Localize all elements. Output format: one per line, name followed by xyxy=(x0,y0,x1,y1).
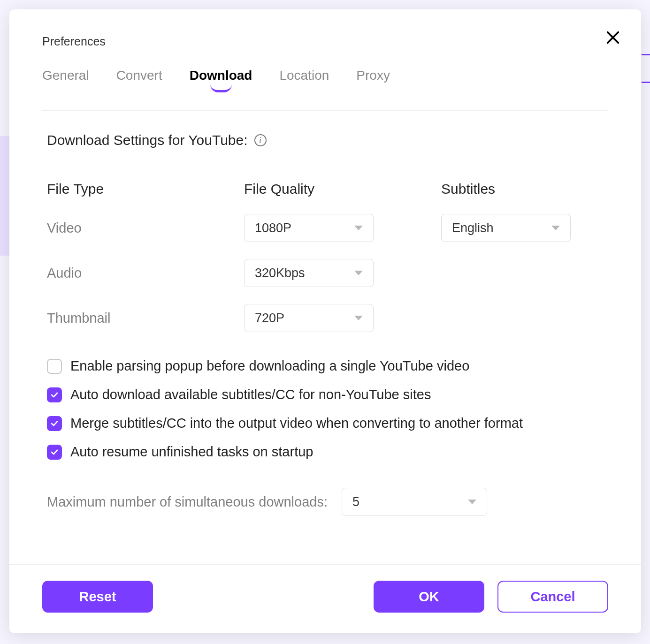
cancel-button[interactable]: Cancel xyxy=(497,581,608,613)
checkbox-parsing-popup[interactable]: Enable parsing popup before downloading … xyxy=(47,358,604,374)
column-subtitles: Subtitles xyxy=(441,181,604,197)
preferences-dialog: Preferences General Convert Download Loc… xyxy=(9,9,641,633)
close-button[interactable] xyxy=(602,26,624,49)
label-thumbnail: Thumbnail xyxy=(47,311,244,326)
tab-download[interactable]: Download xyxy=(190,68,252,90)
tabs: General Convert Download Location Proxy xyxy=(42,68,608,90)
chevron-down-icon xyxy=(551,226,560,230)
label-video: Video xyxy=(47,220,244,236)
chevron-down-icon xyxy=(468,500,476,504)
background-block xyxy=(0,136,9,256)
select-max-downloads[interactable]: 5 xyxy=(342,488,487,516)
column-filetype: File Type xyxy=(47,181,244,197)
checkbox-auto-subtitles[interactable]: Auto download available subtitles/CC for… xyxy=(47,387,604,402)
ok-button[interactable]: OK xyxy=(374,581,484,613)
checkbox-label: Auto download available subtitles/CC for… xyxy=(70,387,431,402)
select-thumbnail-quality[interactable]: 720P xyxy=(244,304,374,332)
select-thumbnail-quality-value: 720P xyxy=(255,311,284,326)
info-icon[interactable]: i xyxy=(254,134,267,146)
column-filequality: File Quality xyxy=(244,181,441,197)
label-audio: Audio xyxy=(47,265,244,281)
checkbox-label: Enable parsing popup before downloading … xyxy=(70,358,469,374)
select-video-quality[interactable]: 1080P xyxy=(244,214,374,242)
tab-convert[interactable]: Convert xyxy=(116,68,162,90)
select-max-downloads-value: 5 xyxy=(352,495,359,509)
checkbox-merge-subtitles[interactable]: Merge subtitles/CC into the output video… xyxy=(47,416,604,431)
checkbox-label: Auto resume unfinished tasks on startup xyxy=(70,444,313,460)
section-heading-text: Download Settings for YouTube: xyxy=(47,132,248,148)
checkbox-icon xyxy=(47,416,62,431)
max-downloads-label: Maximum number of simultaneous downloads… xyxy=(47,494,328,510)
select-video-quality-value: 1080P xyxy=(255,221,291,235)
chevron-down-icon xyxy=(354,271,363,275)
select-audio-quality-value: 320Kbps xyxy=(255,266,305,280)
checkbox-auto-resume[interactable]: Auto resume unfinished tasks on startup xyxy=(47,444,604,460)
checkbox-icon xyxy=(47,359,62,374)
close-icon xyxy=(605,30,621,45)
checkbox-icon xyxy=(47,387,62,402)
tab-location[interactable]: Location xyxy=(279,68,329,90)
select-audio-quality[interactable]: 320Kbps xyxy=(244,259,374,287)
checkbox-icon xyxy=(47,445,62,460)
chevron-down-icon xyxy=(354,316,363,320)
tab-proxy[interactable]: Proxy xyxy=(356,68,390,90)
reset-button[interactable]: Reset xyxy=(42,581,153,613)
background-accent xyxy=(642,54,650,83)
header-divider xyxy=(42,110,608,111)
tab-general[interactable]: General xyxy=(42,68,89,90)
chevron-down-icon xyxy=(354,226,363,230)
section-heading: Download Settings for YouTube: i xyxy=(47,132,604,148)
dialog-title: Preferences xyxy=(42,35,608,48)
select-subtitles-value: English xyxy=(452,221,494,235)
select-subtitles[interactable]: English xyxy=(441,214,571,242)
checkbox-label: Merge subtitles/CC into the output video… xyxy=(70,416,523,431)
